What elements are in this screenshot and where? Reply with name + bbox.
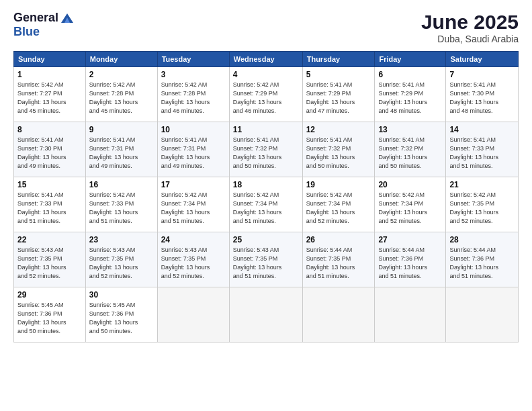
day-info: Sunrise: 5:42 AM Sunset: 7:34 PM Dayligh… — [161, 191, 226, 226]
day-info: Sunrise: 5:45 AM Sunset: 7:36 PM Dayligh… — [17, 301, 82, 336]
logo-general: General — [13, 11, 58, 25]
day-number: 13 — [378, 125, 442, 134]
day-number: 22 — [17, 235, 82, 244]
logo: General Blue — [13, 11, 73, 39]
calendar-cell: 11Sunrise: 5:41 AM Sunset: 7:32 PM Dayli… — [229, 122, 302, 177]
calendar-cell: 6Sunrise: 5:41 AM Sunset: 7:29 PM Daylig… — [375, 67, 446, 122]
calendar-cell — [157, 287, 229, 342]
day-number: 27 — [378, 235, 442, 244]
calendar-cell: 25Sunrise: 5:43 AM Sunset: 7:35 PM Dayli… — [229, 232, 302, 287]
day-info: Sunrise: 5:44 AM Sunset: 7:36 PM Dayligh… — [449, 246, 515, 281]
calendar-cell — [375, 287, 446, 342]
calendar-cell: 5Sunrise: 5:41 AM Sunset: 7:29 PM Daylig… — [302, 67, 375, 122]
day-info: Sunrise: 5:44 AM Sunset: 7:36 PM Dayligh… — [378, 246, 442, 281]
day-number: 26 — [306, 235, 371, 244]
day-info: Sunrise: 5:42 AM Sunset: 7:34 PM Dayligh… — [306, 191, 371, 226]
day-number: 12 — [306, 125, 371, 134]
day-number: 11 — [233, 125, 299, 134]
header-sunday: Sunday — [14, 52, 86, 67]
day-info: Sunrise: 5:41 AM Sunset: 7:30 PM Dayligh… — [17, 136, 82, 171]
calendar-cell: 2Sunrise: 5:42 AM Sunset: 7:28 PM Daylig… — [85, 67, 157, 122]
day-info: Sunrise: 5:41 AM Sunset: 7:31 PM Dayligh… — [89, 136, 154, 171]
header-wednesday: Wednesday — [229, 52, 302, 67]
logo-icon — [61, 13, 73, 23]
calendar-cell: 7Sunrise: 5:41 AM Sunset: 7:30 PM Daylig… — [446, 67, 519, 122]
header-friday: Friday — [375, 52, 446, 67]
calendar-table: Sunday Monday Tuesday Wednesday Thursday… — [13, 51, 519, 342]
title-block: June 2025 Duba, Saudi Arabia — [421, 11, 519, 44]
day-number: 29 — [17, 290, 82, 300]
location-subtitle: Duba, Saudi Arabia — [421, 34, 519, 44]
day-info: Sunrise: 5:42 AM Sunset: 7:34 PM Dayligh… — [233, 191, 299, 226]
day-info: Sunrise: 5:43 AM Sunset: 7:35 PM Dayligh… — [17, 246, 82, 281]
calendar-cell: 21Sunrise: 5:42 AM Sunset: 7:35 PM Dayli… — [446, 177, 519, 232]
day-info: Sunrise: 5:43 AM Sunset: 7:35 PM Dayligh… — [233, 246, 299, 281]
day-number: 1 — [17, 70, 82, 79]
day-info: Sunrise: 5:42 AM Sunset: 7:34 PM Dayligh… — [378, 191, 442, 226]
calendar-cell: 1Sunrise: 5:42 AM Sunset: 7:27 PM Daylig… — [14, 67, 86, 122]
day-info: Sunrise: 5:42 AM Sunset: 7:27 PM Dayligh… — [17, 81, 82, 116]
day-number: 2 — [89, 70, 154, 79]
day-number: 28 — [449, 235, 515, 244]
header-tuesday: Tuesday — [157, 52, 229, 67]
calendar-cell: 9Sunrise: 5:41 AM Sunset: 7:31 PM Daylig… — [85, 122, 157, 177]
calendar-cell: 27Sunrise: 5:44 AM Sunset: 7:36 PM Dayli… — [375, 232, 446, 287]
calendar-cell: 24Sunrise: 5:43 AM Sunset: 7:35 PM Dayli… — [157, 232, 229, 287]
day-number: 3 — [161, 70, 226, 79]
calendar-cell: 16Sunrise: 5:42 AM Sunset: 7:33 PM Dayli… — [85, 177, 157, 232]
calendar-cell: 19Sunrise: 5:42 AM Sunset: 7:34 PM Dayli… — [302, 177, 375, 232]
day-number: 10 — [161, 125, 226, 134]
day-info: Sunrise: 5:43 AM Sunset: 7:35 PM Dayligh… — [161, 246, 226, 281]
day-number: 16 — [89, 180, 154, 189]
calendar-cell: 22Sunrise: 5:43 AM Sunset: 7:35 PM Dayli… — [14, 232, 86, 287]
day-info: Sunrise: 5:41 AM Sunset: 7:33 PM Dayligh… — [17, 191, 82, 226]
day-info: Sunrise: 5:42 AM Sunset: 7:35 PM Dayligh… — [449, 191, 515, 226]
day-info: Sunrise: 5:44 AM Sunset: 7:35 PM Dayligh… — [306, 246, 371, 281]
day-info: Sunrise: 5:41 AM Sunset: 7:33 PM Dayligh… — [449, 136, 515, 171]
day-info: Sunrise: 5:42 AM Sunset: 7:28 PM Dayligh… — [161, 81, 226, 116]
logo-blue: Blue — [13, 25, 73, 39]
day-number: 17 — [161, 180, 226, 189]
day-number: 20 — [378, 180, 442, 189]
calendar-cell: 4Sunrise: 5:42 AM Sunset: 7:29 PM Daylig… — [229, 67, 302, 122]
calendar-cell: 26Sunrise: 5:44 AM Sunset: 7:35 PM Dayli… — [302, 232, 375, 287]
day-info: Sunrise: 5:41 AM Sunset: 7:29 PM Dayligh… — [378, 81, 442, 116]
day-info: Sunrise: 5:42 AM Sunset: 7:28 PM Dayligh… — [89, 81, 154, 116]
calendar-cell: 30Sunrise: 5:45 AM Sunset: 7:36 PM Dayli… — [85, 287, 157, 342]
calendar-cell: 17Sunrise: 5:42 AM Sunset: 7:34 PM Dayli… — [157, 177, 229, 232]
day-number: 14 — [449, 125, 515, 134]
page-header: General Blue June 2025 Duba, Saudi Arabi… — [13, 11, 519, 44]
day-number: 21 — [449, 180, 515, 189]
calendar-cell — [446, 287, 519, 342]
calendar-page: General Blue June 2025 Duba, Saudi Arabi… — [0, 0, 532, 411]
day-info: Sunrise: 5:41 AM Sunset: 7:31 PM Dayligh… — [161, 136, 226, 171]
calendar-cell: 10Sunrise: 5:41 AM Sunset: 7:31 PM Dayli… — [157, 122, 229, 177]
day-info: Sunrise: 5:43 AM Sunset: 7:35 PM Dayligh… — [89, 246, 154, 281]
day-number: 25 — [233, 235, 299, 244]
day-number: 24 — [161, 235, 226, 244]
calendar-cell: 8Sunrise: 5:41 AM Sunset: 7:30 PM Daylig… — [14, 122, 86, 177]
calendar-cell: 3Sunrise: 5:42 AM Sunset: 7:28 PM Daylig… — [157, 67, 229, 122]
month-title: June 2025 — [421, 11, 519, 34]
header-monday: Monday — [85, 52, 157, 67]
day-number: 23 — [89, 235, 154, 244]
day-info: Sunrise: 5:42 AM Sunset: 7:29 PM Dayligh… — [233, 81, 299, 116]
calendar-cell: 13Sunrise: 5:41 AM Sunset: 7:32 PM Dayli… — [375, 122, 446, 177]
calendar-cell: 23Sunrise: 5:43 AM Sunset: 7:35 PM Dayli… — [85, 232, 157, 287]
day-number: 19 — [306, 180, 371, 189]
header-saturday: Saturday — [446, 52, 519, 67]
day-number: 8 — [17, 125, 82, 134]
day-number: 9 — [89, 125, 154, 134]
calendar-cell: 28Sunrise: 5:44 AM Sunset: 7:36 PM Dayli… — [446, 232, 519, 287]
calendar-cell — [302, 287, 375, 342]
day-number: 5 — [306, 70, 371, 79]
day-number: 7 — [449, 70, 515, 79]
calendar-cell: 15Sunrise: 5:41 AM Sunset: 7:33 PM Dayli… — [14, 177, 86, 232]
calendar-cell: 14Sunrise: 5:41 AM Sunset: 7:33 PM Dayli… — [446, 122, 519, 177]
header-thursday: Thursday — [302, 52, 375, 67]
calendar-cell: 18Sunrise: 5:42 AM Sunset: 7:34 PM Dayli… — [229, 177, 302, 232]
day-number: 30 — [89, 290, 154, 300]
day-info: Sunrise: 5:41 AM Sunset: 7:29 PM Dayligh… — [306, 81, 371, 116]
calendar-header-row: Sunday Monday Tuesday Wednesday Thursday… — [14, 52, 519, 67]
day-number: 6 — [378, 70, 442, 79]
